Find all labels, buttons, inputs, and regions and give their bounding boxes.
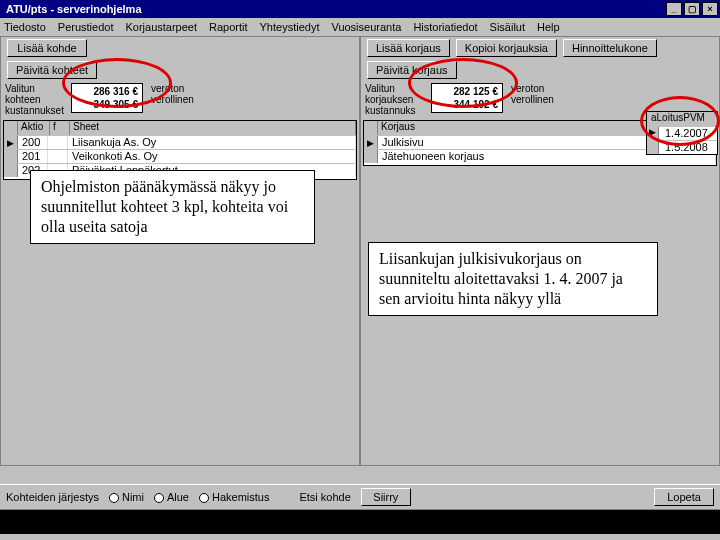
statusbar: Kohteiden järjestys Nimi Alue Hakemistus… [0,484,720,540]
left-summary: Valitun kohteen kustannukset 286 316 € 3… [1,81,359,118]
right-cost-box: 282 125 € 344 192 € [431,83,503,113]
price-button[interactable]: Hinnoittelukone [563,39,657,57]
menu-yearly[interactable]: Vuosiseuranta [331,21,401,33]
add-repair-button[interactable]: Lisää korjaus [367,39,450,57]
menu-help[interactable]: Help [537,21,560,33]
left-pane: Lisää kohde Päivitä kohteet Valitun koht… [0,36,360,466]
menu-history[interactable]: Historiatiedot [413,21,477,33]
window-title: ATU/pts - serverinohjelma [2,3,666,15]
table-row[interactable]: 1.5.2008 [647,140,717,154]
table-row[interactable]: 201 Veikonkoti As. Oy [4,149,356,163]
right-cost-gross: 282 125 € [436,85,498,98]
maximize-button[interactable]: ▢ [684,2,700,16]
menu-basic[interactable]: Perustiedot [58,21,114,33]
minimize-button[interactable]: _ [666,2,682,16]
sort-label: Kohteiden järjestys [6,491,99,503]
titlebar: ATU/pts - serverinohjelma _ ▢ × [0,0,720,18]
annotation-callout-right: Liisankujan julkisivukorjaus on suunnite… [368,242,658,316]
right-cost-net: 344 192 € [436,98,498,111]
right-summary-label: Valitun korjauksen kustannuks [365,83,427,116]
left-summary-label: Valitun kohteen kustannukset [5,83,67,116]
table-row[interactable]: ▶ 200 Liisankuja As. Oy [4,135,356,149]
edit-target-button[interactable]: Päivitä kohteet [7,61,97,79]
left-tax-labels: veroton verollinen [147,83,201,105]
left-cost-net: 349 305 € [76,98,138,111]
close-app-button[interactable]: Lopeta [654,488,714,506]
menu-repairs[interactable]: Korjaustarpeet [125,21,197,33]
left-cost-gross: 286 316 € [76,85,138,98]
right-tax-labels: veroton verollinen [507,83,561,105]
left-cost-box: 286 316 € 349 305 € [71,83,143,113]
close-button[interactable]: × [702,2,718,16]
menu-reports[interactable]: Raportit [209,21,248,33]
add-target-button[interactable]: Lisää kohde [7,39,87,57]
date-grid: aLoitusPVM ▶1.4.2007 1.5.2008 [646,111,718,155]
menu-internal[interactable]: Sisäilut [490,21,525,33]
search-go-button[interactable]: Siirry [361,488,411,506]
menubar: Tiedosto Perustiedot Korjaustarpeet Rapo… [0,18,720,36]
menu-file[interactable]: Tiedosto [4,21,46,33]
radio-alue[interactable]: Alue [154,491,189,503]
table-row[interactable]: ▶1.4.2007 [647,126,717,140]
statusbar-black [0,510,720,534]
search-label: Etsi kohde [299,491,350,503]
radio-hakemistus[interactable]: Hakemistus [199,491,269,503]
edit-repair-button[interactable]: Päivitä korjaus [367,61,457,79]
radio-nimi[interactable]: Nimi [109,491,144,503]
copy-repair-button[interactable]: Kopioi korjauksia [456,39,557,57]
annotation-callout-left: Ohjelmiston päänäkymässä näkyy jo suunni… [30,170,315,244]
menu-contacts[interactable]: Yhteystiedyt [260,21,320,33]
